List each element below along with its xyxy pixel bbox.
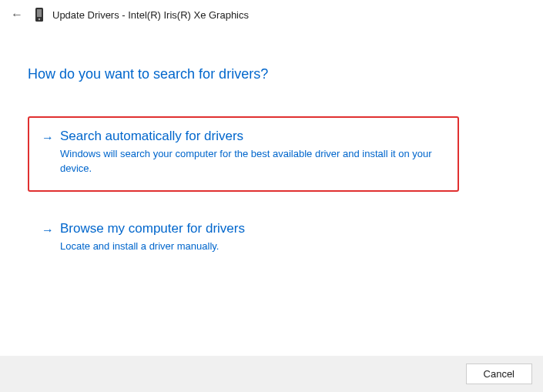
prompt-heading: How do you want to search for drivers? xyxy=(28,66,515,82)
option-title: Search automatically for drivers xyxy=(60,129,442,144)
option-body: Search automatically for drivers Windows… xyxy=(60,129,442,176)
dialog-footer: Cancel xyxy=(0,356,543,392)
option-browse-computer[interactable]: → Browse my computer for drivers Locate … xyxy=(28,209,459,270)
dialog-title: Update Drivers - Intel(R) Iris(R) Xe Gra… xyxy=(52,9,249,21)
arrow-right-icon: → xyxy=(42,129,54,176)
dialog-header: ← Update Drivers - Intel(R) Iris(R) Xe G… xyxy=(0,0,543,29)
option-search-automatically[interactable]: → Search automatically for drivers Windo… xyxy=(28,116,459,192)
device-icon xyxy=(34,7,45,22)
dialog-content: How do you want to search for drivers? →… xyxy=(0,29,543,270)
option-body: Browse my computer for drivers Locate an… xyxy=(60,221,442,254)
option-description: Locate and install a driver manually. xyxy=(60,240,442,254)
back-arrow-icon[interactable]: ← xyxy=(8,6,26,23)
cancel-button[interactable]: Cancel xyxy=(466,364,532,384)
arrow-right-icon: → xyxy=(42,221,54,254)
svg-rect-1 xyxy=(37,9,42,17)
option-title: Browse my computer for drivers xyxy=(60,221,442,236)
svg-point-2 xyxy=(39,18,40,20)
option-description: Windows will search your computer for th… xyxy=(60,147,442,176)
